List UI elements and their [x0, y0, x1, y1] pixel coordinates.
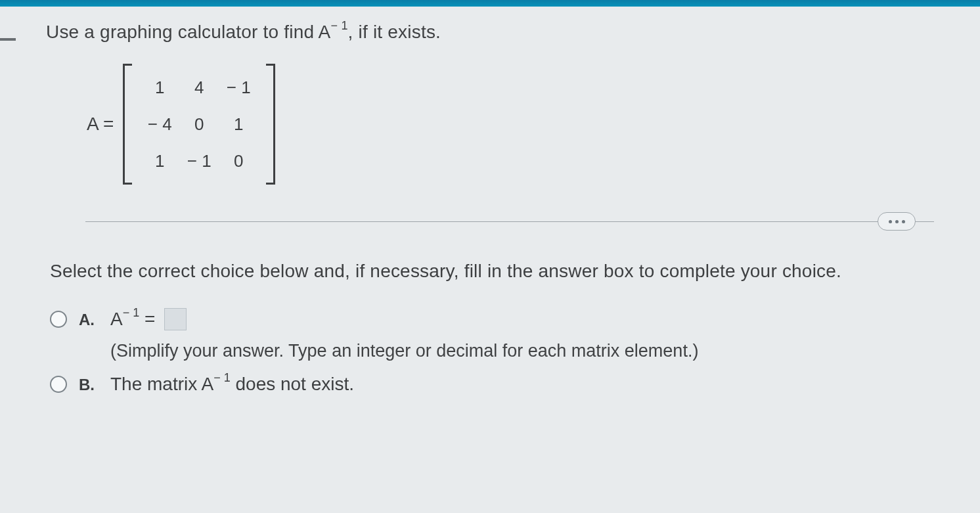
- choice-b[interactable]: B. The matrix A− 1 does not exist.: [50, 373, 934, 395]
- choice-b-prefix: The matrix A: [110, 374, 213, 395]
- matrix-cell: − 4: [148, 114, 172, 135]
- question-prefix: Use a graphing calculator to find A: [46, 22, 330, 42]
- matrix-left-bracket: [123, 64, 132, 185]
- radio-a[interactable]: [50, 311, 67, 328]
- answer-choices: A. A− 1 = (Simplify your answer. Type an…: [50, 308, 934, 395]
- question-exponent: − 1: [330, 19, 347, 32]
- matrix-cell: 1: [155, 78, 164, 98]
- matrix-cell: 1: [234, 114, 243, 135]
- matrix-cell: − 1: [227, 78, 251, 98]
- choice-b-text: The matrix A− 1 does not exist.: [110, 373, 354, 395]
- left-margin-marker: [0, 38, 16, 41]
- choice-a-exp: − 1: [123, 306, 140, 319]
- answer-input-box[interactable]: [164, 308, 187, 330]
- matrix-cell: 0: [234, 151, 243, 171]
- matrix-right-bracket: [266, 64, 275, 185]
- divider-line: [85, 221, 934, 222]
- matrix-label: A =: [87, 114, 114, 135]
- choice-a-eq: =: [139, 309, 160, 330]
- choice-a[interactable]: A. A− 1 = (Simplify your answer. Type an…: [50, 308, 934, 361]
- question-suffix: , if it exists.: [348, 22, 441, 42]
- matrix-cell: 1: [155, 151, 164, 171]
- question-content: Use a graphing calculator to find A− 1, …: [0, 7, 980, 395]
- ellipsis-icon: [889, 220, 892, 223]
- window-top-bar: [0, 0, 980, 7]
- ellipsis-icon: [895, 220, 899, 223]
- radio-b[interactable]: [50, 376, 67, 393]
- more-options-button[interactable]: [878, 212, 916, 231]
- choice-a-expression: A− 1 =: [110, 308, 698, 332]
- matrix-cell: 0: [194, 114, 204, 135]
- ellipsis-icon: [902, 220, 905, 223]
- choice-a-var: A: [110, 309, 123, 330]
- choice-b-suffix: does not exist.: [231, 374, 354, 395]
- section-divider: [46, 212, 934, 232]
- answer-prompt: Select the correct choice below and, if …: [50, 261, 934, 282]
- choice-b-letter: B.: [79, 376, 99, 394]
- choice-a-hint: (Simplify your answer. Type an integer o…: [110, 341, 698, 361]
- choice-b-exp: − 1: [213, 371, 231, 384]
- matrix-cells: 1 4 − 1 − 4 0 1 1 − 1 0: [132, 64, 266, 185]
- matrix-definition: A = 1 4 − 1 − 4 0 1 1 − 1 0: [87, 64, 934, 185]
- matrix-cell: − 1: [187, 151, 212, 171]
- matrix-A: 1 4 − 1 − 4 0 1 1 − 1 0: [123, 64, 275, 185]
- choice-a-letter: A.: [79, 311, 99, 329]
- question-text: Use a graphing calculator to find A− 1, …: [46, 21, 934, 43]
- matrix-cell: 4: [194, 78, 204, 98]
